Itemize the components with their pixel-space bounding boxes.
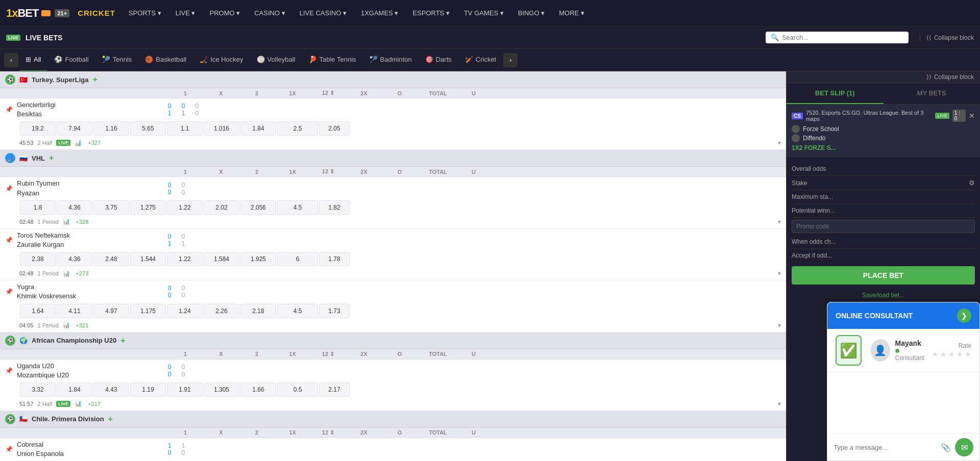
- odd-1[interactable]: 19.2: [20, 121, 56, 136]
- tab-darts[interactable]: 🎯 Darts: [419, 49, 458, 71]
- league-add-chile-button[interactable]: +: [108, 415, 124, 424]
- odd-o[interactable]: 1.66: [240, 382, 276, 397]
- odd-2[interactable]: 4.97: [93, 304, 129, 318]
- gear-icon[interactable]: ⚙: [969, 179, 975, 187]
- tab-all[interactable]: ⊞ All: [19, 49, 47, 71]
- search-input[interactable]: [782, 34, 903, 41]
- nav-bingo[interactable]: BINGO ▾: [513, 7, 550, 19]
- odd-1[interactable]: 1.64: [20, 304, 56, 318]
- odd-2[interactable]: 2.48: [93, 252, 129, 266]
- more-markets-button[interactable]: +217: [88, 401, 101, 407]
- odd-x[interactable]: 4.36: [57, 252, 92, 266]
- tab-football[interactable]: ⚽ Football: [48, 49, 94, 71]
- odd-2x[interactable]: 1.305: [204, 382, 239, 397]
- promo-code-input[interactable]: [792, 220, 975, 233]
- odd-u[interactable]: 2.17: [319, 382, 350, 397]
- league-add-button[interactable]: +: [93, 75, 108, 84]
- odd-1x[interactable]: 1.544: [130, 252, 166, 266]
- my-bets-tab[interactable]: MY BETS: [884, 83, 981, 104]
- odd-o[interactable]: 2.056: [240, 200, 276, 215]
- odd-total[interactable]: 4.5: [277, 304, 318, 318]
- collapse-button[interactable]: ⟨⟨ Collapse block: [920, 34, 974, 41]
- tab-scroll-right[interactable]: ›: [503, 53, 518, 67]
- odd-x[interactable]: 4.36: [57, 200, 92, 215]
- tab-basketball[interactable]: 🏀 Basketball: [139, 49, 192, 71]
- pin-icon[interactable]: 📌: [5, 446, 13, 453]
- odd-u[interactable]: 1.73: [319, 304, 350, 318]
- star-5[interactable]: ★: [964, 349, 971, 359]
- more-markets-button[interactable]: +321: [76, 322, 89, 328]
- save-load-bets-button[interactable]: Save/load bet...: [792, 289, 975, 302]
- nav-casino[interactable]: CASINO ▾: [249, 7, 290, 19]
- odd-total[interactable]: 2.5: [277, 121, 318, 136]
- odd-2[interactable]: 1.16: [93, 121, 129, 136]
- tab-volleyball[interactable]: 🏐 Volleyball: [251, 49, 302, 71]
- search-box[interactable]: 🔍: [766, 32, 909, 43]
- odd-1[interactable]: 3.32: [20, 382, 56, 397]
- pin-icon[interactable]: 📌: [5, 367, 13, 374]
- tab-cricket[interactable]: 🏏 Cricket: [459, 49, 502, 71]
- odd-12[interactable]: 1.91: [167, 382, 203, 397]
- odd-1x[interactable]: 5.65: [130, 121, 166, 136]
- odd-total[interactable]: 0.5: [277, 382, 318, 397]
- pin-icon[interactable]: 📌: [5, 185, 13, 192]
- stats-icon[interactable]: 📊: [75, 400, 82, 407]
- odd-1x[interactable]: 1.275: [130, 200, 166, 215]
- league-add-vhl-button[interactable]: +: [49, 153, 64, 163]
- tab-scroll-left[interactable]: ‹: [4, 53, 18, 67]
- odd-12[interactable]: 1.1: [167, 121, 203, 136]
- odd-u[interactable]: 1.78: [319, 252, 350, 266]
- stats-icon[interactable]: 📊: [75, 140, 82, 146]
- nav-promo[interactable]: PROMO ▾: [204, 7, 245, 19]
- chat-collapse-button[interactable]: ❯: [957, 309, 971, 323]
- chat-send-button[interactable]: ✉: [955, 438, 973, 456]
- place-bet-button[interactable]: PLACE BET: [792, 266, 975, 285]
- nav-1xgames[interactable]: 1XGAMES ▾: [356, 7, 403, 19]
- pin-icon[interactable]: 📌: [5, 106, 13, 113]
- rate-stars[interactable]: ★ ★ ★ ★ ★: [932, 349, 971, 359]
- odd-x[interactable]: 1.84: [57, 382, 92, 397]
- stats-icon[interactable]: 📊: [63, 322, 70, 328]
- odd-2x[interactable]: 1.016: [204, 121, 239, 136]
- odd-2x[interactable]: 1.584: [204, 252, 239, 266]
- stats-icon[interactable]: 📊: [63, 270, 70, 277]
- tab-tennis[interactable]: 🎾 Tennis: [96, 49, 138, 71]
- odd-total[interactable]: 6: [277, 252, 318, 266]
- odd-1x[interactable]: 1.175: [130, 304, 166, 318]
- odd-2x[interactable]: 2.02: [204, 200, 239, 215]
- pin-icon[interactable]: 📌: [5, 288, 13, 295]
- star-4[interactable]: ★: [956, 349, 963, 359]
- expand-button[interactable]: ▾: [778, 400, 781, 407]
- expand-button[interactable]: ▾: [778, 139, 781, 146]
- more-markets-button[interactable]: +273: [76, 270, 89, 276]
- odd-x[interactable]: 7.94: [57, 121, 92, 136]
- odd-o[interactable]: 2.18: [240, 304, 276, 318]
- nav-cricket[interactable]: CRICKET: [78, 9, 115, 17]
- stats-icon[interactable]: 📊: [63, 218, 70, 225]
- odd-o[interactable]: 1.925: [240, 252, 276, 266]
- more-markets-button[interactable]: +328: [76, 219, 89, 225]
- nav-more[interactable]: MORE ▾: [554, 7, 590, 19]
- tab-ice-hockey[interactable]: 🏒 Ice Hockey: [193, 49, 249, 71]
- nav-live-casino[interactable]: LIVE CASINO ▾: [295, 7, 352, 19]
- odd-o[interactable]: 1.84: [240, 121, 276, 136]
- league-add-african-button[interactable]: +: [120, 336, 136, 345]
- odd-12[interactable]: 1.22: [167, 252, 203, 266]
- odd-1[interactable]: 1.8: [20, 200, 56, 215]
- odd-u[interactable]: 2.05: [319, 121, 350, 136]
- odd-1[interactable]: 2.38: [20, 252, 56, 266]
- expand-button[interactable]: ▾: [778, 322, 781, 329]
- expand-button[interactable]: ▾: [778, 218, 781, 225]
- chat-input[interactable]: [834, 444, 937, 451]
- star-1[interactable]: ★: [932, 349, 939, 359]
- nav-live[interactable]: LIVE ▾: [170, 7, 201, 19]
- odd-total[interactable]: 4.5: [277, 200, 318, 215]
- odd-2[interactable]: 3.75: [93, 200, 129, 215]
- pin-icon[interactable]: 📌: [5, 237, 13, 244]
- nav-tv-games[interactable]: TV GAMES ▾: [459, 7, 509, 19]
- star-3[interactable]: ★: [948, 349, 955, 359]
- odd-12[interactable]: 1.22: [167, 200, 203, 215]
- star-2[interactable]: ★: [940, 349, 947, 359]
- odd-x[interactable]: 4.11: [57, 304, 92, 318]
- tab-table-tennis[interactable]: 🏓 Table Tennis: [303, 49, 362, 71]
